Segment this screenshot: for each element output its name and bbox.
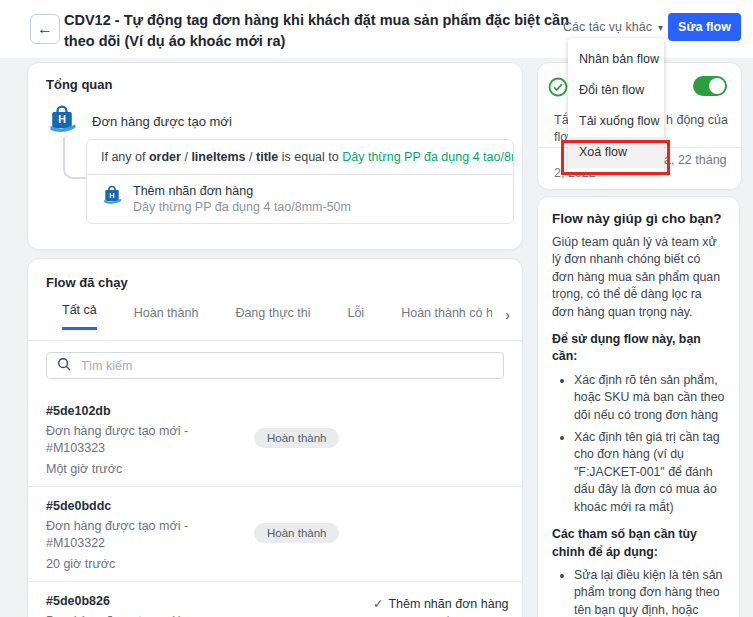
chevron-right-icon[interactable]: › <box>505 307 510 323</box>
arrow-left-icon: ← <box>37 20 53 38</box>
run-item[interactable]: #5de0b826 Đơn hàng được tạo mới - #M1033… <box>28 582 522 617</box>
menu-item-duplicate-flow[interactable]: Nhân bản flow <box>568 44 664 75</box>
status-badge: Hoàn thành <box>254 428 339 448</box>
run-search-box <box>46 352 504 379</box>
runs-card: Flow đã chạy Tất cả Hoàn thành Đang thực… <box>27 258 523 617</box>
order-bag-icon: H <box>101 184 123 210</box>
help-list-item: Sửa lại điều kiện là tên sản phẩm trong … <box>574 567 725 617</box>
menu-item-delete-flow[interactable]: Xoá flow <box>568 137 664 168</box>
run-time: 20 giờ trước <box>46 557 504 571</box>
svg-text:H: H <box>109 191 114 200</box>
svg-text:H: H <box>58 113 66 125</box>
condition-field: title <box>256 150 278 164</box>
condition-separator: / <box>184 150 187 164</box>
overview-title: Tổng quan <box>46 77 112 92</box>
flow-action-row: H Thêm nhãn đơn hàng Dây thừng PP đa dụn… <box>87 175 513 223</box>
action-subtitle: Dây thừng PP đa dụng 4 tao/8mm-50m <box>133 200 351 214</box>
order-bag-icon: H <box>46 103 78 139</box>
tabs-divider <box>28 340 522 341</box>
tab-completed-with-action[interactable]: Hoàn thành có hành độn <box>401 306 492 330</box>
action-title: Thêm nhãn đơn hàng <box>133 184 351 198</box>
run-id: #5de102db <box>46 404 504 418</box>
run-item[interactable]: #5de0bddc Đơn hàng được tạo mới - #M1033… <box>28 487 522 582</box>
flow-condition: If any of order / lineItems / title is e… <box>87 140 513 175</box>
chevron-down-icon: ▾ <box>658 22 663 33</box>
help-section-title: Các tham số bạn cần tùy chỉnh để áp dụng… <box>552 526 725 560</box>
tab-completed[interactable]: Hoàn thành <box>134 306 199 330</box>
check-circle-icon <box>548 77 568 101</box>
flow-enabled-toggle[interactable] <box>693 76 727 96</box>
run-subtitle: Đơn hàng được tạo mới - #M103321 <box>46 613 216 617</box>
search-icon <box>57 357 71 375</box>
flow-steps-box: If any of order / lineItems / title is e… <box>86 139 514 224</box>
flow-detail-page: ← CDV12 - Tự động tag đơn hàng khi khách… <box>0 0 753 617</box>
runs-tabs: Tất cả Hoàn thành Đang thực thi Lỗi Hoàn… <box>62 303 492 330</box>
run-subtitle: Đơn hàng được tạo mới - #M103322 <box>46 518 216 552</box>
help-list-item: Xác định tên giá trị cần tag cho đơn hàn… <box>574 429 725 516</box>
executed-action-label: Thêm nhãn đơn hàng <box>388 597 508 611</box>
back-button[interactable]: ← <box>30 14 60 44</box>
run-id: #5de0bddc <box>46 499 504 513</box>
condition-prefix: If any of <box>101 150 145 164</box>
help-list: Xác định rõ tên sản phẩm, hoặc SKU mà bạ… <box>552 372 725 517</box>
condition-value: Dây thừng PP đa dụng 4 tao/8mm-50m <box>342 150 513 164</box>
help-intro: Giúp team quản lý và team xử lý đơn nhan… <box>552 234 725 321</box>
more-actions-label: Các tác vụ khác <box>563 20 652 34</box>
tab-running[interactable]: Đang thực thi <box>235 306 310 330</box>
help-list-item: Xác định rõ tên sản phẩm, hoặc SKU mà bạ… <box>574 372 725 424</box>
more-actions-button[interactable]: Các tác vụ khác ▾ <box>563 20 663 34</box>
menu-item-download-flow[interactable]: Tải xuống flow <box>568 106 664 137</box>
trigger-label: Đơn hàng được tạo mới <box>92 114 232 129</box>
condition-operator: is equal to <box>282 150 339 164</box>
tab-all[interactable]: Tất cả <box>62 303 97 330</box>
updated-date-fragment: a, 22 tháng <box>664 153 727 167</box>
run-subtitle: Đơn hàng được tạo mới - #M103323 <box>46 423 216 457</box>
toggle-knob <box>709 78 725 94</box>
tab-error[interactable]: Lỗi <box>347 306 364 330</box>
condition-field: order <box>149 150 181 164</box>
trigger-row: H Đơn hàng được tạo mới <box>46 103 232 139</box>
help-title: Flow này giúp gì cho bạn? <box>552 211 725 226</box>
menu-item-rename-flow[interactable]: Đổi tên flow <box>568 75 664 106</box>
condition-field: lineItems <box>191 150 245 164</box>
more-actions-menu: Nhân bản flow Đổi tên flow Tải xuống flo… <box>568 38 664 174</box>
run-executed-actions: ✓Thêm nhãn đơn hàng ✓Gửi tin nhắn Telegr… <box>373 594 512 617</box>
edit-flow-button[interactable]: Sửa flow <box>668 13 741 41</box>
runs-title: Flow đã chạy <box>46 275 128 290</box>
condition-separator: / <box>249 150 252 164</box>
help-section-title: Để sử dụng flow này, bạn cần: <box>552 331 725 365</box>
search-input[interactable] <box>79 358 493 374</box>
check-icon: ✓ <box>373 597 383 611</box>
status-badge: Hoàn thành <box>254 523 339 543</box>
run-item[interactable]: #5de102db Đơn hàng được tạo mới - #M1033… <box>28 392 522 487</box>
status-text-fragment: h động của <box>666 113 728 127</box>
run-list: #5de102db Đơn hàng được tạo mới - #M1033… <box>28 392 522 617</box>
run-time: Một giờ trước <box>46 462 504 476</box>
page-title: CDV12 - Tự động tag đơn hàng khi khách đ… <box>64 10 584 52</box>
flow-connector-line <box>63 137 88 179</box>
overview-card: Tổng quan H Đơn hàng được tạo mới If any… <box>27 62 523 250</box>
help-list: Sửa lại điều kiện là tên sản phẩm trong … <box>552 567 725 617</box>
flow-help-card: Flow này giúp gì cho bạn? Giúp team quản… <box>537 196 740 617</box>
